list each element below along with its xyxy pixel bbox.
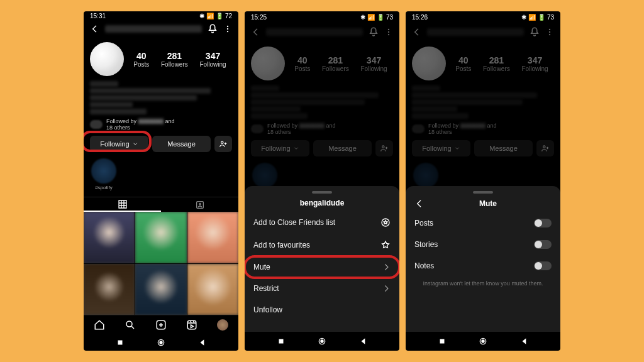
toggle-notes[interactable] [534, 261, 552, 270]
following-button[interactable]: Following [251, 140, 309, 156]
toggle-posts[interactable] [534, 219, 552, 228]
stat-following[interactable]: 347Following [199, 51, 226, 68]
profile-nav-avatar[interactable] [217, 319, 228, 331]
svg-point-13 [388, 31, 389, 33]
notifications-icon[interactable] [529, 26, 540, 38]
android-nav [406, 332, 560, 351]
avatar[interactable] [251, 47, 285, 80]
bio-redacted [406, 84, 560, 120]
bio-redacted [84, 80, 238, 116]
back-icon[interactable] [412, 27, 422, 37]
tab-tagged[interactable] [161, 197, 238, 212]
svg-point-21 [549, 31, 550, 33]
sheet-title: bengalidude [245, 197, 399, 211]
sheet-handle[interactable] [473, 191, 493, 194]
stat-posts[interactable]: 40Posts [294, 55, 310, 72]
message-button[interactable]: Message [474, 140, 533, 156]
grid-icon [118, 199, 128, 209]
stat-following[interactable]: 347Following [521, 55, 548, 72]
search-icon[interactable] [125, 319, 136, 331]
username-redacted [266, 28, 363, 36]
reels-icon[interactable] [186, 319, 197, 331]
post-thumb[interactable] [135, 212, 186, 263]
profile-stats: 40Posts 281Followers 347Following [406, 41, 560, 84]
message-button[interactable]: Message [152, 136, 211, 152]
stat-following[interactable]: 347Following [360, 55, 387, 72]
mute-row[interactable]: Mute [245, 256, 399, 278]
add-user-icon [541, 144, 550, 153]
svg-rect-9 [118, 341, 122, 345]
mute-note-text: Instagram won't let them know you muted … [406, 277, 560, 293]
back-icon[interactable] [90, 24, 100, 34]
followed-by-row[interactable]: Followed by xxxxxxxxx and18 others [245, 120, 399, 138]
followed-by-row[interactable]: Followed by xxxxxxxxx and18 others [406, 120, 560, 138]
back-nav-icon[interactable] [198, 338, 207, 347]
post-thumb[interactable] [187, 212, 238, 263]
close-friends-row[interactable]: Add to Close Friends list [245, 211, 399, 234]
back-nav-icon[interactable] [359, 337, 368, 346]
add-user-button[interactable] [214, 136, 232, 152]
recent-apps-icon[interactable] [277, 337, 286, 346]
svg-point-22 [549, 34, 550, 35]
more-icon[interactable] [545, 28, 554, 36]
more-icon[interactable] [384, 28, 393, 36]
svg-point-19 [321, 340, 323, 343]
svg-point-3 [221, 141, 224, 144]
recent-apps-icon[interactable] [438, 337, 447, 346]
home-icon[interactable] [94, 319, 105, 331]
avatar[interactable] [90, 42, 124, 76]
notifications-icon[interactable] [368, 26, 379, 38]
stat-followers[interactable]: 281Followers [322, 55, 349, 72]
back-icon[interactable] [251, 27, 261, 37]
following-button[interactable]: Following [412, 140, 470, 156]
home-nav-icon[interactable] [156, 337, 166, 348]
followed-by-row[interactable]: Followed by xxxxxxxxx and18 others [84, 116, 238, 133]
svg-rect-8 [187, 321, 196, 329]
restrict-row[interactable]: Restrict [245, 278, 399, 299]
new-post-icon[interactable] [155, 319, 167, 331]
home-nav-icon[interactable] [317, 336, 327, 346]
following-button[interactable]: Following [90, 136, 148, 152]
home-nav-icon[interactable] [478, 336, 488, 346]
chevron-down-icon [293, 145, 299, 151]
svg-point-12 [388, 29, 389, 30]
toggle-stories[interactable] [534, 240, 552, 249]
add-user-button[interactable] [375, 140, 393, 156]
message-button[interactable]: Message [313, 140, 372, 156]
action-buttons: Following Message [84, 133, 238, 155]
back-nav-icon[interactable] [520, 337, 529, 346]
mute-stories-row[interactable]: Stories [406, 234, 560, 255]
post-thumb[interactable] [187, 264, 238, 315]
story-highlight[interactable]: #spotify [90, 158, 118, 190]
mute-posts-row[interactable]: Posts [406, 212, 560, 234]
stat-followers[interactable]: 281Followers [483, 55, 510, 72]
following-bottom-sheet: bengalidude Add to Close Friends list Ad… [245, 186, 399, 332]
stat-followers[interactable]: 281Followers [161, 51, 188, 68]
post-thumb[interactable] [84, 264, 135, 315]
post-thumb[interactable] [84, 212, 135, 263]
unfollow-row[interactable]: Unfollow [245, 299, 399, 321]
svg-point-6 [126, 321, 132, 327]
phone-screenshot-1: 15:31 ✱📶🔋72 40Posts 281Followers 347Foll… [84, 11, 238, 351]
profile-stats: 40Posts 281Followers 347Following [245, 41, 399, 84]
story-label: #spotify [90, 185, 118, 190]
recent-apps-icon[interactable] [116, 338, 125, 347]
bottom-nav [84, 315, 238, 334]
svg-point-26 [482, 340, 484, 343]
add-user-icon [380, 144, 389, 153]
more-icon[interactable] [223, 25, 232, 33]
status-icons: ✱📶🔋73 [360, 14, 393, 21]
mute-notes-row[interactable]: Notes [406, 255, 560, 277]
profile-top-bar [245, 23, 399, 41]
favourites-row[interactable]: Add to favourites [245, 234, 399, 256]
stat-posts[interactable]: 40Posts [455, 55, 471, 72]
avatar[interactable] [412, 47, 446, 80]
post-thumb[interactable] [135, 264, 186, 315]
sheet-back-icon[interactable] [414, 199, 425, 209]
story-highlights: #spotify [84, 155, 238, 194]
stat-posts[interactable]: 40Posts [133, 51, 149, 68]
notifications-icon[interactable] [207, 23, 218, 35]
add-user-button[interactable] [536, 140, 554, 156]
sheet-handle[interactable] [312, 191, 332, 194]
tab-grid[interactable] [84, 197, 161, 212]
